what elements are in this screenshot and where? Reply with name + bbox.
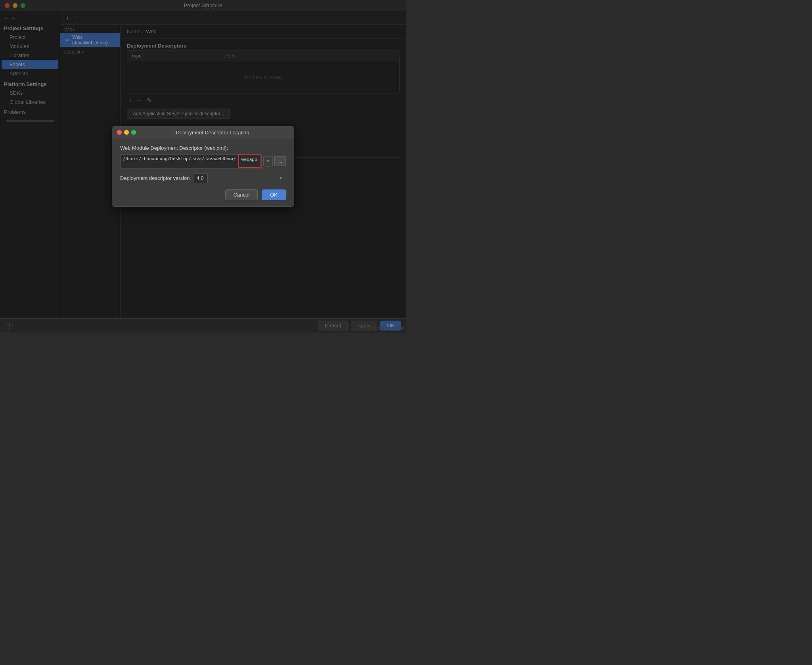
version-dropdown-wrapper: 4.0 3.1 3.0 2.5 <box>193 173 286 183</box>
modal-ok-button[interactable]: OK <box>262 189 286 200</box>
modal-body: Web Module Deployment Descriptor (web.xm… <box>112 139 294 206</box>
path-left: /Users/zhouxucong/Desktop/Java/JavaWebDe… <box>121 155 238 168</box>
modal-minimize-button[interactable] <box>124 130 129 135</box>
modal-path-row: /Users/zhouxucong/Desktop/Java/JavaWebDe… <box>120 154 286 168</box>
deployment-descriptor-modal: Deployment Descriptor Location Web Modul… <box>112 126 294 207</box>
modal-version-row: Deployment descriptor version 4.0 3.1 3.… <box>120 173 286 183</box>
path-highlight: webapp <box>238 155 260 168</box>
version-dropdown[interactable]: 4.0 3.1 3.0 2.5 <box>193 173 208 183</box>
modal-titlebar: Deployment Descriptor Location <box>112 126 294 139</box>
modal-field-label: Web Module Deployment Descriptor (web.xm… <box>120 145 286 151</box>
modal-path-display: /Users/zhouxucong/Desktop/Java/JavaWebDe… <box>120 154 262 168</box>
modal-maximize-button[interactable] <box>131 130 136 135</box>
modal-path-dropdown-button[interactable]: ▼ <box>263 156 273 166</box>
path-right: /WEB-INF/w <box>260 155 262 168</box>
modal-close-button[interactable] <box>117 130 122 135</box>
modal-title: Deployment Descriptor Location <box>136 130 289 136</box>
modal-browse-button[interactable]: ... <box>274 156 286 166</box>
version-label: Deployment descriptor version <box>120 175 190 181</box>
modal-overlay: Deployment Descriptor Location Web Modul… <box>0 0 406 332</box>
modal-window-controls[interactable] <box>117 130 136 135</box>
modal-actions: Cancel OK <box>120 189 286 200</box>
modal-cancel-button[interactable]: Cancel <box>225 189 258 200</box>
